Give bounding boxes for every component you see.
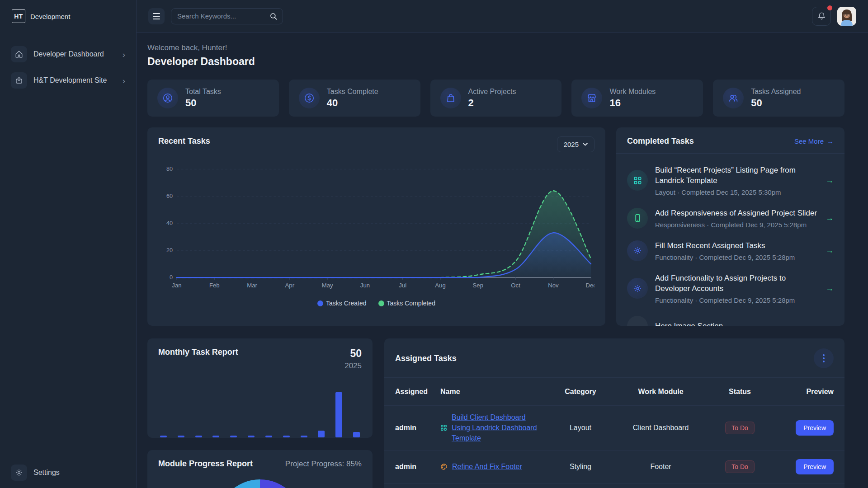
sidebar-item-developer-dashboard[interactable]: Developer Dashboard ›	[5, 43, 131, 65]
kebab-menu-button[interactable]	[814, 348, 834, 368]
completed-tasks-card: Completed Tasks See More → Build “Recent…	[616, 127, 844, 326]
sidebar-item-label: Settings	[33, 469, 125, 477]
stat-value: 16	[609, 97, 656, 109]
arrow-right-icon: →	[827, 137, 834, 145]
avatar-image	[837, 7, 856, 26]
table-header-row: Assigned Name Category Work Module Statu…	[384, 377, 844, 405]
gear-icon	[627, 278, 648, 299]
project-progress-label: Project Progress: 85%	[285, 460, 362, 469]
stats-row: Total Tasks 50 Tasks Complete 40 Activ	[147, 80, 844, 117]
bell-icon	[817, 12, 826, 20]
stat-card-work-modules: Work Modules 16	[571, 80, 703, 117]
sidebar: HT Development Developer Dashboard › H&T…	[0, 0, 137, 488]
chevron-right-icon: ›	[123, 76, 125, 85]
user-icon	[157, 88, 178, 108]
dollar-icon	[299, 88, 320, 108]
preview-button[interactable]: Preview	[796, 420, 834, 436]
users-icon	[723, 88, 744, 108]
page-title: Developer Dashboard	[147, 56, 844, 68]
main-content: Welcome back, Hunter! Developer Dashboar…	[137, 33, 868, 488]
svg-text:Oct: Oct	[511, 282, 520, 289]
bar	[195, 436, 202, 437]
chevron-right-icon: ›	[123, 50, 125, 59]
status-badge: To Do	[725, 422, 755, 434]
sidebar-item-label: H&T Development Site	[33, 76, 116, 84]
grid-icon	[440, 424, 447, 431]
preview-button[interactable]: Preview	[796, 459, 834, 474]
task-icon	[627, 316, 648, 326]
task-link[interactable]: Build Client Dashboard Using Landrick Da…	[452, 412, 538, 444]
monthly-total: 50	[344, 347, 362, 360]
recent-tasks-chart: 020406080JanFebMarAprMayJunJulAugSepOctN…	[158, 155, 594, 299]
legend-tasks-created: Tasks Created	[317, 300, 366, 307]
briefcase-icon	[11, 72, 27, 89]
search-icon[interactable]	[269, 11, 279, 21]
notification-badge	[827, 5, 832, 10]
grid-icon	[627, 170, 648, 191]
palette-icon	[440, 463, 448, 470]
search-input[interactable]	[171, 8, 283, 24]
brand-name: Development	[30, 13, 70, 20]
monthly-report-title: Monthly Task Report	[158, 347, 238, 371]
see-more-link[interactable]: See More →	[794, 137, 834, 145]
stat-value: 2	[468, 97, 516, 109]
sidebar-item-settings[interactable]: Settings	[5, 462, 131, 483]
assigned-tasks-table: Assigned Name Category Work Module Statu…	[384, 377, 844, 488]
legend-dot-completed	[378, 300, 384, 306]
year-select[interactable]: 2025	[557, 136, 594, 152]
svg-text:Jun: Jun	[360, 282, 370, 289]
status-badge: To Do	[725, 460, 755, 473]
stat-card-total-tasks: Total Tasks 50	[147, 80, 279, 117]
monthly-task-report-card: Monthly Task Report 50 2025	[147, 338, 373, 438]
sidebar-item-label: Developer Dashboard	[33, 50, 116, 58]
module-progress-title: Module Progress Report	[158, 459, 253, 469]
notifications-button[interactable]	[812, 7, 831, 26]
arrow-right-icon[interactable]: →	[826, 284, 834, 293]
completed-task-item[interactable]: Fill Most Recent Assigned Tasks Function…	[627, 235, 834, 267]
stat-value: 50	[751, 97, 801, 109]
menu-toggle-button[interactable]	[148, 8, 165, 24]
chevron-down-icon	[583, 143, 588, 146]
svg-text:Dec: Dec	[586, 282, 594, 289]
bar	[230, 436, 237, 437]
bar	[160, 436, 167, 437]
table-row: admin Refine And Fix Footer Styling Foot…	[384, 450, 844, 483]
avatar[interactable]	[837, 7, 856, 26]
bar	[301, 436, 307, 437]
gear-icon	[627, 240, 648, 261]
topbar	[137, 0, 868, 33]
gear-icon	[11, 465, 27, 481]
completed-task-item[interactable]: Hero Image Section	[627, 310, 834, 326]
home-icon	[11, 46, 27, 62]
recent-tasks-title: Recent Tasks	[158, 136, 210, 146]
arrow-right-icon[interactable]: →	[826, 213, 834, 223]
completed-task-item[interactable]: Add Responsiveness of Assigned Project S…	[627, 202, 834, 235]
svg-text:Jan: Jan	[172, 282, 181, 289]
svg-text:Jul: Jul	[399, 282, 406, 289]
sidebar-item-ht-development-site[interactable]: H&T Development Site ›	[5, 70, 131, 91]
bar	[283, 436, 290, 437]
bar	[248, 436, 255, 437]
svg-text:Feb: Feb	[209, 282, 220, 289]
svg-text:20: 20	[166, 247, 173, 253]
svg-text:40: 40	[166, 220, 173, 226]
arrow-right-icon[interactable]: →	[826, 246, 834, 255]
completed-task-item[interactable]: Build “Recent Projects” Listing Page fro…	[627, 159, 834, 202]
stat-value: 40	[327, 97, 378, 109]
module-progress-pie-chart	[217, 479, 303, 488]
svg-text:Mar: Mar	[247, 282, 257, 289]
chart-legend: Tasks Created Tasks Completed	[158, 300, 594, 307]
monthly-bar-chart	[158, 390, 362, 437]
svg-text:May: May	[322, 282, 333, 289]
phone-icon	[627, 208, 648, 229]
svg-text:Aug: Aug	[435, 282, 445, 289]
legend-tasks-completed: Tasks Completed	[378, 300, 435, 307]
completed-task-item[interactable]: Add Functionality to Assign Projects to …	[627, 267, 834, 310]
arrow-right-icon[interactable]: →	[826, 176, 834, 185]
brand-logo: HT	[12, 9, 25, 23]
task-link[interactable]: Refine And Fix Footer	[452, 461, 522, 472]
brand: HT Development	[0, 0, 136, 33]
assigned-tasks-card: Assigned Tasks Assigned Name Category Wo…	[384, 338, 844, 488]
bar	[353, 432, 360, 437]
svg-text:Nov: Nov	[548, 282, 559, 289]
